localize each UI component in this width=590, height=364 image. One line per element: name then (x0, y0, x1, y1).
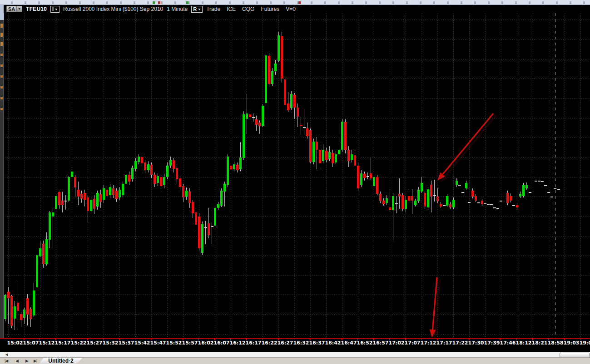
candle-body (293, 95, 296, 108)
candle-body (17, 303, 19, 311)
candle-body (354, 155, 356, 166)
candle-body (195, 212, 197, 225)
symbol-label: TFEU10 (26, 6, 47, 12)
candle-body (80, 194, 83, 199)
candle-body (112, 188, 114, 195)
candle-body (274, 64, 277, 71)
candle-body (90, 200, 92, 211)
time-axis-label: 19:08 (579, 340, 590, 346)
candle-body (99, 194, 102, 202)
scroll-left-icon[interactable]: ◄ (5, 352, 9, 357)
candle-body (440, 204, 442, 207)
plot-left-border (4, 13, 4, 338)
interval-letter: I (52, 6, 54, 12)
time-axis-label: 16:12 (229, 340, 245, 346)
grid-vline (406, 13, 406, 338)
left-strip-mark (0, 75, 3, 78)
grid-vline (119, 13, 120, 338)
horizontal-scrollbar[interactable]: ◄ (0, 352, 590, 357)
chartbook-tab[interactable]: Untitled-2 (39, 358, 83, 364)
candle-body (58, 192, 60, 205)
candle-wick (65, 195, 66, 210)
time-axis-label: 15:07 (23, 340, 39, 346)
candle-body (169, 160, 172, 166)
candle-body (230, 166, 232, 169)
candle-body (138, 157, 140, 162)
candle-body (236, 165, 238, 170)
candle-body (30, 309, 32, 319)
tab-nav-last-button[interactable]: ▶| (34, 358, 37, 364)
sa-button[interactable]: SA (6, 6, 17, 12)
grid-vline (183, 13, 183, 338)
time-axis-label: 15:17 (55, 340, 70, 346)
grid-vline (199, 13, 199, 338)
left-strip-mark (0, 24, 3, 28)
flat-trade-tick (512, 205, 515, 206)
candle-wick (396, 196, 397, 213)
grid-vline (56, 13, 56, 338)
candle-body (290, 94, 293, 108)
grid-hline (4, 256, 590, 256)
grid-vline (88, 13, 88, 338)
grid-vline (278, 13, 279, 338)
interval-dropdown[interactable]: I ▼ (50, 6, 59, 13)
time-axis-label: 17:07 (404, 340, 420, 346)
tab-nav-first-button[interactable]: |◀ (5, 358, 8, 364)
time-axis-line (0, 338, 590, 339)
grid-vline (40, 13, 40, 338)
candle-wick (412, 189, 412, 214)
grid-vline (469, 13, 470, 338)
time-axis-label: 15:47 (150, 340, 166, 346)
grid-hline (4, 138, 590, 138)
candle-body (64, 201, 67, 202)
flat-trade-tick (500, 201, 502, 202)
candle-body (443, 205, 446, 206)
candle-body (220, 191, 223, 206)
time-axis-label: 15:42 (134, 340, 150, 346)
candle-body (77, 190, 79, 197)
candle-wick (205, 221, 206, 244)
grid-hline (4, 177, 590, 177)
grid-vline (310, 13, 311, 338)
sa-dropdown-button[interactable]: ▼ (17, 6, 22, 12)
grid-hline (4, 295, 590, 295)
grid-vline (565, 13, 565, 338)
candle-body (52, 212, 54, 216)
candle-body (20, 314, 22, 320)
grid-vline (247, 13, 247, 338)
grid-hline (4, 236, 590, 236)
feed-tag: ICE (227, 6, 236, 12)
flat-trade-tick (468, 202, 471, 203)
tab-nav-next-button[interactable]: ▶ (25, 358, 28, 364)
candle-body (141, 157, 143, 163)
candle-body (427, 189, 429, 207)
candle-body (510, 196, 512, 201)
candle-body (188, 192, 191, 203)
tab-nav-prev-button[interactable]: ◀ (15, 358, 18, 364)
candle-body (68, 177, 70, 201)
annotation-arrows-layer (4, 13, 590, 338)
grid-hline (4, 20, 590, 20)
candle-body (176, 168, 178, 179)
grid-hline (4, 157, 590, 157)
candle-body (303, 127, 306, 128)
feed-tag: CQG (242, 6, 254, 12)
candle-body (452, 200, 455, 207)
r-dropdown[interactable]: R ▼ (191, 6, 203, 13)
left-strip-mark (0, 54, 3, 56)
candle-body (223, 184, 226, 192)
candle-body (519, 194, 521, 197)
left-strip-mark (0, 33, 3, 37)
candle-body (255, 119, 258, 125)
candle-body (306, 128, 308, 136)
r-letter: R (193, 6, 197, 12)
grid-vline (326, 13, 327, 338)
chart-plot[interactable] (4, 13, 590, 338)
time-axis-label: 18:12 (516, 340, 531, 346)
time-axis: 15:0215:0715:1215:1715:2215:2715:3215:37… (0, 338, 590, 352)
candle-body (246, 113, 248, 119)
candle-body (157, 176, 159, 183)
candle-body (262, 106, 264, 126)
candle-body (122, 184, 124, 195)
grid-vline (342, 13, 342, 338)
